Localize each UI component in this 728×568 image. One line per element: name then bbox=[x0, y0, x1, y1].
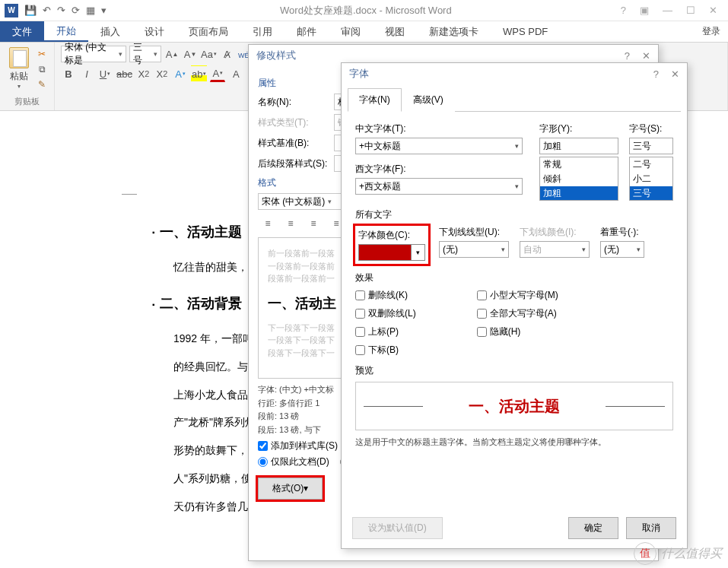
shrink-font-icon[interactable]: A▼ bbox=[183, 46, 198, 62]
checkbox-strike[interactable]: 删除线(K) bbox=[355, 289, 416, 302]
document-title: Word处女座难题.docx - Microsoft Word bbox=[111, 4, 621, 17]
label-name: 名称(N): bbox=[258, 96, 334, 109]
group-clipboard: 粘贴 ▾ ✂ ⧉ ✎ 剪贴板 bbox=[0, 43, 55, 110]
tab-advanced[interactable]: 高级(V) bbox=[402, 88, 455, 112]
label-emphasis: 着重号(·): bbox=[600, 226, 644, 239]
ribbon-options-icon[interactable]: ▣ bbox=[640, 5, 649, 16]
tab-design[interactable]: 设计 bbox=[132, 21, 176, 42]
list-style[interactable]: 常规 倾斜 加粗 bbox=[539, 157, 618, 201]
checkbox-smallcaps[interactable]: 小型大写字母(M) bbox=[477, 289, 558, 302]
dialog-title: 字体 ?✕ bbox=[342, 63, 687, 84]
section-preview: 预览 bbox=[355, 364, 673, 377]
section-all-text: 所有文字 bbox=[355, 208, 673, 221]
tab-wps[interactable]: WPS PDF bbox=[491, 21, 560, 42]
font-color-icon[interactable]: A▾ bbox=[210, 65, 225, 82]
select-cn-font[interactable]: +中文标题▾ bbox=[355, 138, 523, 154]
italic-button[interactable]: I bbox=[79, 65, 94, 82]
refresh-icon[interactable]: ⟳ bbox=[72, 5, 80, 16]
font-name-combo[interactable]: 宋体 (中文标是▾ bbox=[61, 46, 126, 62]
change-case-icon[interactable]: Aa▾ bbox=[201, 46, 217, 62]
tab-references[interactable]: 引用 bbox=[240, 21, 285, 42]
font-size-combo[interactable]: 三号▾ bbox=[129, 46, 161, 62]
input-style[interactable]: 加粗 bbox=[539, 138, 618, 154]
minimize-icon[interactable]: — bbox=[663, 5, 672, 16]
tab-view[interactable]: 视图 bbox=[373, 21, 417, 42]
checkbox-subscript[interactable]: 下标(B) bbox=[355, 344, 416, 357]
font-tabs: 字体(N) 高级(V) bbox=[348, 87, 681, 112]
label-font-color: 字体颜色(C): bbox=[358, 229, 425, 242]
checkbox-dstrike[interactable]: 双删除线(L) bbox=[355, 307, 416, 320]
label-underline-color: 下划线颜色(I): bbox=[520, 226, 590, 239]
label-cn-font: 中文字体(T): bbox=[355, 122, 529, 135]
tab-newtab[interactable]: 新建选项卡 bbox=[417, 21, 491, 42]
maximize-icon[interactable]: ☐ bbox=[686, 5, 695, 16]
close-icon[interactable]: ✕ bbox=[709, 5, 717, 16]
tab-home[interactable]: 开始 bbox=[44, 21, 88, 42]
text-effects-icon[interactable]: A▾ bbox=[173, 65, 188, 82]
list-size[interactable]: 二号 小二 三号 bbox=[629, 157, 673, 201]
undo-icon[interactable]: ↶ bbox=[43, 5, 51, 16]
redo-icon[interactable]: ↷ bbox=[57, 5, 65, 16]
ok-button[interactable]: 确定 bbox=[568, 517, 618, 539]
select-font-color[interactable]: ▾ bbox=[358, 244, 425, 261]
paste-icon bbox=[9, 47, 29, 68]
underline-button[interactable]: U▾ bbox=[97, 65, 113, 82]
tab-file[interactable]: 文件 bbox=[0, 21, 44, 42]
strike-button[interactable]: abc bbox=[116, 65, 133, 82]
login-link[interactable]: 登录 bbox=[695, 21, 728, 42]
watermark: 值 什么值得买 bbox=[634, 542, 722, 565]
tab-font[interactable]: 字体(N) bbox=[348, 88, 402, 112]
checkbox-allcaps[interactable]: 全部大写字母(A) bbox=[477, 307, 558, 320]
help-icon[interactable]: ? bbox=[653, 68, 659, 80]
select-emphasis[interactable]: (无)▾ bbox=[600, 241, 644, 258]
titlebar: W 💾 ↶ ↷ ⟳ ▦ ▾ Word处女座难题.docx - Microsoft… bbox=[0, 0, 728, 21]
ribbon-tabs: 文件 开始 插入 设计 页面布局 引用 邮件 审阅 视图 新建选项卡 WPS P… bbox=[0, 21, 728, 43]
help-icon[interactable]: ? bbox=[625, 50, 630, 62]
align-center-icon[interactable]: ≡ bbox=[281, 214, 300, 233]
input-size[interactable]: 三号 bbox=[629, 138, 673, 154]
bold-button[interactable]: B bbox=[61, 65, 76, 82]
align-left-icon[interactable]: ≡ bbox=[258, 214, 278, 233]
grow-font-icon[interactable]: A▲ bbox=[164, 46, 180, 62]
select-underline[interactable]: (无)▾ bbox=[439, 241, 509, 258]
set-default-button: 设为默认值(D) bbox=[352, 517, 443, 539]
format-painter-icon[interactable]: ✎ bbox=[35, 78, 49, 91]
label-style-type: 样式类型(T): bbox=[258, 116, 334, 129]
align-right-icon[interactable]: ≡ bbox=[304, 214, 323, 233]
tab-mail[interactable]: 邮件 bbox=[285, 21, 329, 42]
label-underline: 下划线线型(U): bbox=[439, 226, 509, 239]
tab-layout[interactable]: 页面布局 bbox=[176, 21, 240, 42]
label-en-font: 西文字体(F): bbox=[355, 163, 529, 176]
help-icon[interactable]: ? bbox=[621, 5, 626, 16]
copy-icon[interactable]: ⧉ bbox=[35, 62, 49, 76]
tab-review[interactable]: 审阅 bbox=[329, 21, 373, 42]
save-icon[interactable]: 💾 bbox=[24, 5, 37, 16]
label-style-base: 样式基准(B): bbox=[258, 137, 334, 150]
superscript-button[interactable]: X2 bbox=[154, 65, 170, 82]
group-label-clipboard: 剪贴板 bbox=[6, 96, 48, 107]
select-en-font[interactable]: +西文标题▾ bbox=[355, 178, 523, 195]
subscript-button[interactable]: X2 bbox=[136, 65, 151, 82]
tab-insert[interactable]: 插入 bbox=[88, 21, 132, 42]
checkbox-superscript[interactable]: 上标(P) bbox=[355, 325, 416, 338]
format-button[interactable]: 格式(O)▾ bbox=[258, 478, 323, 500]
grid-icon[interactable]: ▦ bbox=[86, 5, 95, 16]
font-preview: 一、活动主题 bbox=[355, 382, 673, 430]
checkbox-hidden[interactable]: 隐藏(H) bbox=[477, 325, 558, 338]
close-icon[interactable]: ✕ bbox=[642, 50, 650, 62]
label-style: 字形(Y): bbox=[539, 122, 618, 135]
dialog-font: 字体 ?✕ 字体(N) 高级(V) 中文字体(T): +中文标题▾ 西文字体(F… bbox=[341, 62, 688, 549]
label-size: 字号(S): bbox=[629, 122, 673, 135]
watermark-badge-icon: 值 bbox=[634, 542, 656, 565]
qat-dropdown-icon[interactable]: ▾ bbox=[101, 5, 106, 16]
char-shading-icon[interactable]: A bbox=[228, 65, 243, 82]
select-underline-color: 自动▾ bbox=[520, 241, 590, 258]
highlight-icon[interactable]: ab▾ bbox=[191, 65, 207, 82]
close-icon[interactable]: ✕ bbox=[671, 68, 679, 80]
clear-format-icon[interactable]: A̷ bbox=[220, 46, 235, 62]
paste-button[interactable]: 粘贴 ▾ bbox=[6, 46, 32, 91]
window-controls: ? ▣ — ☐ ✕ bbox=[621, 5, 728, 16]
cancel-button[interactable]: 取消 bbox=[626, 517, 676, 539]
cut-icon[interactable]: ✂ bbox=[35, 47, 49, 61]
label-style-next: 后续段落样式(S): bbox=[258, 157, 334, 170]
